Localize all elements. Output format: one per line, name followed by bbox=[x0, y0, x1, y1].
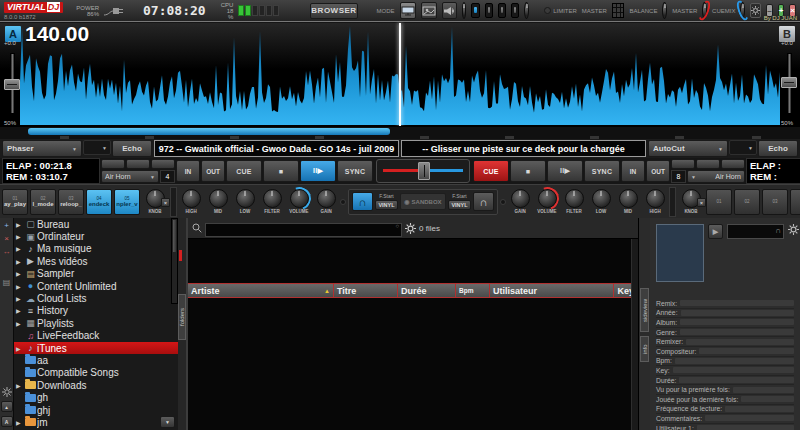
deck-a-pitch-slider[interactable]: +0.0 50% bbox=[3, 45, 20, 122]
eq-knob[interactable]: VOLUME bbox=[287, 189, 311, 214]
swap-icon[interactable]: ↔ bbox=[2, 247, 11, 256]
browser-button[interactable]: BROWSER bbox=[310, 3, 357, 19]
sort-az-button[interactable]: A bbox=[1, 416, 13, 427]
prelisten-play-button[interactable]: ▶ bbox=[708, 224, 723, 239]
folder-tree-item[interactable]: ▶ ♫ LiveFeedback ▼ bbox=[14, 330, 178, 342]
deck-a-stop-button[interactable]: ■ bbox=[263, 160, 299, 182]
hotcue-button[interactable] bbox=[696, 159, 720, 169]
deck-a-sync-button[interactable]: SYNC bbox=[337, 160, 373, 182]
deck-a-pfl-button[interactable]: ∩ bbox=[352, 192, 373, 211]
scrollbar-thumb[interactable] bbox=[173, 220, 176, 252]
column-header[interactable]: Titre bbox=[334, 284, 398, 297]
hotcue-button[interactable] bbox=[126, 159, 150, 169]
deck-b-sync-button[interactable]: SYNC bbox=[584, 160, 620, 182]
folder-tree-item[interactable]: ▶ ♪ Ma musique ▼ bbox=[14, 243, 178, 255]
deck-a-echo-button[interactable]: Echo bbox=[112, 140, 152, 157]
tree-expand-icon[interactable]: ▶ bbox=[16, 270, 24, 277]
tree-expand-icon[interactable]: ▶ bbox=[16, 382, 24, 389]
eq-knob[interactable]: VOLUME bbox=[535, 189, 559, 214]
deck-a-fx-slot2[interactable]: ▼ bbox=[83, 140, 111, 155]
performance-pad[interactable]: 02 l_mode bbox=[30, 189, 56, 215]
folder-tree-item[interactable]: ▶ gh ▼ bbox=[14, 391, 178, 403]
folder-tree-item[interactable]: ▶ ▢ Bureau ▼ bbox=[14, 218, 178, 230]
performance-pad[interactable]: 02 bbox=[734, 189, 760, 215]
eq-knob[interactable]: GAIN bbox=[314, 189, 338, 214]
deck-b-pfl-button[interactable]: ∩ bbox=[473, 192, 494, 211]
tree-expand-icon[interactable]: ▶ bbox=[16, 320, 24, 327]
deck1-volume-slider[interactable] bbox=[471, 3, 479, 18]
tree-expand-icon[interactable]: ▶ bbox=[16, 233, 24, 240]
folder-tree-item[interactable]: ▶ jm ▼ bbox=[14, 416, 178, 428]
sampler-knob[interactable] bbox=[524, 2, 529, 19]
performance-pad[interactable]: 05 npler_v bbox=[114, 189, 140, 215]
deck-a-loop-out-button[interactable]: OUT bbox=[201, 160, 225, 182]
deck2-volume-slider[interactable] bbox=[485, 3, 493, 18]
performance-pad[interactable]: 03 bbox=[762, 189, 788, 215]
folder-tree-item[interactable]: ▶ ▣ Ordinateur ▼ bbox=[14, 230, 178, 242]
mode-video-button[interactable] bbox=[421, 2, 437, 19]
deck-b-vinyl-button[interactable]: VINYL bbox=[448, 200, 471, 210]
add-shortcut-icon[interactable]: + bbox=[2, 221, 11, 230]
folder-tree-item[interactable]: ▶ ▦ Playlists ▼ bbox=[14, 317, 178, 329]
tree-expand-icon[interactable]: ▶ bbox=[16, 283, 24, 290]
folder-tree-item[interactable]: ▶ ghj ▼ bbox=[14, 404, 178, 416]
column-header[interactable]: Bpm bbox=[456, 284, 490, 297]
folder-tree-item[interactable]: ▶ ♪ iTunes ▼ bbox=[14, 342, 178, 354]
close-icon[interactable]: × bbox=[697, 198, 706, 207]
performance-pad[interactable]: 01 ay_play bbox=[2, 189, 28, 215]
tree-expand-icon[interactable]: ▶ bbox=[16, 258, 24, 265]
folder-tree-item[interactable]: ▶ Downloads ▼ bbox=[14, 379, 178, 391]
deck-a-play-button[interactable]: II▶ bbox=[300, 160, 336, 182]
scroll-up-button[interactable]: ▴ bbox=[1, 401, 13, 412]
eq-knob[interactable]: HIGH bbox=[643, 189, 667, 214]
tree-expand-icon[interactable]: ▶ bbox=[16, 221, 24, 228]
pitch-handle[interactable] bbox=[781, 77, 797, 88]
mic-knob[interactable] bbox=[462, 2, 467, 19]
folder-tree-item[interactable]: ▶ ● Content Unlimited ▼ bbox=[14, 280, 178, 292]
column-header[interactable]: Utilisateur bbox=[490, 284, 614, 297]
deck-b-stop-button[interactable]: ■ bbox=[510, 160, 546, 182]
tree-expand-icon[interactable]: ▶ bbox=[16, 307, 24, 314]
search-options-gear-icon[interactable] bbox=[405, 223, 416, 234]
clear-search-icon[interactable]: ○ bbox=[395, 223, 399, 229]
track-list-empty[interactable] bbox=[188, 298, 638, 430]
tree-expand-icon[interactable]: ▶ bbox=[16, 245, 24, 252]
performance-pad[interactable]: 04 endeck bbox=[86, 189, 112, 215]
eq-knob[interactable]: LOW bbox=[589, 189, 613, 214]
performance-pad[interactable]: 04 bbox=[790, 189, 800, 215]
sandbox-button[interactable]: ◉SANDBOX bbox=[400, 193, 446, 210]
performance-pad[interactable]: 03 reloop_ bbox=[58, 189, 84, 215]
mode-audio-button[interactable] bbox=[442, 2, 457, 19]
tree-expand-icon[interactable]: ▶ bbox=[16, 345, 24, 352]
crossfader[interactable] bbox=[376, 159, 470, 183]
hotcue-button[interactable] bbox=[151, 159, 175, 169]
prelisten-progress-bar[interactable]: ∩ bbox=[727, 224, 784, 239]
folder-tree-item[interactable]: ▶ ▤ Sampler ▼ bbox=[14, 268, 178, 280]
chevron-down-icon[interactable]: ▼ bbox=[160, 416, 175, 428]
remove-shortcut-icon[interactable]: × bbox=[2, 234, 11, 243]
folder-options-gear-icon[interactable] bbox=[2, 387, 12, 397]
pitch-handle[interactable] bbox=[4, 79, 20, 90]
deck-b-sampler-number[interactable]: 8 bbox=[671, 170, 686, 183]
deck-b-cue-button[interactable]: CUE bbox=[473, 160, 509, 182]
eq-knob[interactable]: MID bbox=[206, 189, 230, 214]
deck-a-loop-in-button[interactable]: IN bbox=[176, 160, 200, 182]
eq-knob[interactable]: FILTER bbox=[562, 189, 586, 214]
tree-scrollbar[interactable] bbox=[171, 218, 178, 304]
deck-b-loop-out-button[interactable]: OUT bbox=[646, 160, 670, 182]
folder-tree-item[interactable]: ▶ ☁ Cloud Lists ▼ bbox=[14, 292, 178, 304]
performance-pad[interactable]: 01 bbox=[706, 189, 732, 215]
list-scrollbar[interactable] bbox=[631, 239, 638, 430]
hotcue-button[interactable] bbox=[101, 159, 125, 169]
crossfader-handle[interactable] bbox=[418, 162, 430, 180]
deck3-volume-slider[interactable] bbox=[498, 3, 506, 18]
deck-b-echo-button[interactable]: Echo bbox=[758, 140, 798, 157]
eq-knob[interactable]: GAIN bbox=[508, 189, 532, 214]
sampler-shortcut-icon[interactable]: ▤ bbox=[2, 278, 11, 287]
prelisten-gear-icon[interactable] bbox=[788, 224, 799, 235]
deck-a-sampler-select[interactable]: Air Horn▼ bbox=[101, 170, 159, 183]
eq-knob[interactable]: FILTER bbox=[260, 189, 284, 214]
deck-b-param-knob[interactable]: KNOB × bbox=[678, 189, 704, 214]
deck-b-sampler-select[interactable]: ▼Air Horn bbox=[687, 170, 745, 183]
column-header[interactable]: Artiste ▲ bbox=[188, 284, 334, 297]
